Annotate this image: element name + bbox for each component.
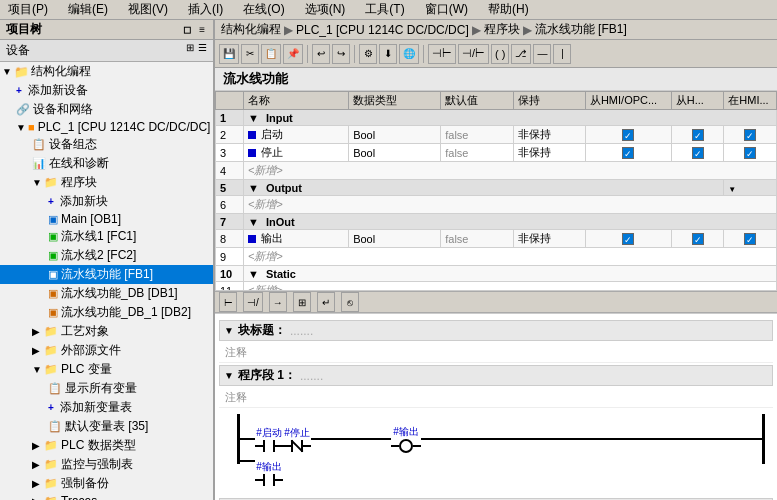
toolbar-coil-btn[interactable]: ( ) xyxy=(491,44,509,64)
expand-arrow-structural[interactable]: ▼ xyxy=(2,66,14,77)
checkbox-tingzhi-hmi2[interactable] xyxy=(692,147,704,159)
tree-item-fc1[interactable]: ▣ 流水线1 [FC1] xyxy=(0,227,213,246)
tree-item-plcdatatype[interactable]: ▶ 📁 PLC 数据类型 xyxy=(0,436,213,455)
toolbar-compile-btn[interactable]: ⚙ xyxy=(359,44,377,64)
section-collapse-static[interactable]: ▼ xyxy=(248,268,259,280)
menu-item-project[interactable]: 项目(P) xyxy=(4,1,52,18)
menu-item-edit[interactable]: 编辑(E) xyxy=(64,1,112,18)
checkbox-output-hmi2[interactable] xyxy=(692,233,704,245)
row-dtype-output[interactable]: Bool xyxy=(349,230,441,248)
tree-item-progblk[interactable]: ▼ 📁 程序块 xyxy=(0,173,213,192)
row-add-inout[interactable]: <新增> xyxy=(243,248,776,266)
section-block-title[interactable]: ▼ 块标题： ....... xyxy=(219,320,773,341)
row-add-input[interactable]: <新增> xyxy=(243,162,776,180)
menu-item-help[interactable]: 帮助(H) xyxy=(484,1,533,18)
interface-table-container[interactable]: 名称 数据类型 默认值 保持 从HMI/OPC... 从H... 在HMI... xyxy=(215,91,777,291)
row-hmi1-qidong[interactable] xyxy=(585,126,671,144)
checkbox-qidong-hmi2[interactable] xyxy=(692,129,704,141)
menu-item-insert[interactable]: 插入(I) xyxy=(184,1,227,18)
bc-structural[interactable]: 结构化编程 xyxy=(221,21,281,38)
row-add-output[interactable]: <新增> xyxy=(243,196,776,214)
arrow-monitor[interactable]: ▶ xyxy=(32,459,44,470)
panel-icon-2[interactable]: ≡ xyxy=(197,24,207,35)
section-collapse-output[interactable]: ▼ xyxy=(248,182,259,194)
tree-item-traces[interactable]: ▶ 📁 Traces xyxy=(0,493,213,500)
row-dtype-qidong[interactable]: Bool xyxy=(349,126,441,144)
row-retain-tingzhi[interactable]: 非保持 xyxy=(513,144,585,162)
toolbar-wire-h-btn[interactable]: — xyxy=(533,44,551,64)
tree-item-devnet[interactable]: 🔗 设备和网络 xyxy=(0,100,213,119)
tree-item-fb1[interactable]: ▣ 流水线功能 [FB1] xyxy=(0,265,213,284)
arrow-backup[interactable]: ▶ xyxy=(32,478,44,489)
tree-item-techobj[interactable]: ▶ 📁 工艺对象 xyxy=(0,322,213,341)
tree-item-defvartable[interactable]: 📋 默认变量表 [35] xyxy=(0,417,213,436)
arrow-traces[interactable]: ▶ xyxy=(32,496,44,501)
ladder-btn-6[interactable]: ⎋ xyxy=(341,292,359,312)
toolbar-contact-nc-btn[interactable]: ⊣/⊢ xyxy=(458,44,489,64)
ladder-btn-2[interactable]: ⊣/ xyxy=(243,292,263,312)
arrow-plc1[interactable]: ▼ xyxy=(16,122,28,133)
ladder-btn-1[interactable]: ⊢ xyxy=(219,292,237,312)
tree-item-adddevice[interactable]: + 添加新设备 xyxy=(0,81,213,100)
panel-icon-1[interactable]: ◻ xyxy=(181,24,193,35)
collapse-block-title-icon[interactable]: ▼ xyxy=(224,325,234,336)
tree-item-fc2[interactable]: ▣ 流水线2 [FC2] xyxy=(0,246,213,265)
row-default-qidong[interactable]: false xyxy=(441,126,513,144)
checkbox-qidong-hmi3[interactable] xyxy=(744,129,756,141)
row-retain-qidong[interactable]: 非保持 xyxy=(513,126,585,144)
tree-item-db2[interactable]: ▣ 流水线功能_DB_1 [DB2] xyxy=(0,303,213,322)
row-hmi3-output[interactable] xyxy=(724,230,777,248)
code-area[interactable]: ▼ 块标题： ....... 注释 ▼ 程序段 1： ....... 注释 xyxy=(215,313,777,500)
arrow-plcdatatype[interactable]: ▶ xyxy=(32,440,44,451)
tree-item-backup[interactable]: ▶ 📁 强制备份 xyxy=(0,474,213,493)
tree-item-addblk[interactable]: + 添加新块 xyxy=(0,192,213,211)
row-hmi2-tingzhi[interactable] xyxy=(671,144,724,162)
tree-item-extsrc[interactable]: ▶ 📁 外部源文件 xyxy=(0,341,213,360)
row-hmi3-qidong[interactable] xyxy=(724,126,777,144)
ladder-btn-4[interactable]: ⊞ xyxy=(293,292,311,312)
row-hmi3-tingzhi[interactable] xyxy=(724,144,777,162)
section-collapse-arrow[interactable]: ▼ xyxy=(248,112,259,124)
toolbar-contact-no-btn[interactable]: ⊣⊢ xyxy=(428,44,456,64)
device-icon-grid[interactable]: ⊞ xyxy=(186,42,194,59)
row-default-tingzhi[interactable]: false xyxy=(441,144,513,162)
tree-item-monitor[interactable]: ▶ 📁 监控与强制表 xyxy=(0,455,213,474)
tree-item-main[interactable]: ▣ Main [OB1] xyxy=(0,211,213,227)
menu-item-tools[interactable]: 工具(T) xyxy=(361,1,408,18)
menu-item-options[interactable]: 选项(N) xyxy=(301,1,350,18)
bc-plc1[interactable]: PLC_1 [CPU 1214C DC/DC/DC] xyxy=(296,23,469,37)
tree-item-plcvar[interactable]: ▼ 📁 PLC 变量 xyxy=(0,360,213,379)
arrow-progblk[interactable]: ▼ xyxy=(32,177,44,188)
bc-fb1[interactable]: 流水线功能 [FB1] xyxy=(535,21,627,38)
checkbox-output-hmi1[interactable] xyxy=(622,233,634,245)
bc-progblk[interactable]: 程序块 xyxy=(484,21,520,38)
checkbox-tingzhi-hmi3[interactable] xyxy=(744,147,756,159)
tree-item-devconfig[interactable]: 📋 设备组态 xyxy=(0,135,213,154)
row-hmi1-output[interactable] xyxy=(585,230,671,248)
toolbar-download-btn[interactable]: ⬇ xyxy=(379,44,397,64)
row-name-tingzhi[interactable]: 停止 xyxy=(243,144,348,162)
contact-output-branch[interactable]: #输出 xyxy=(255,460,283,486)
tree-item-structural[interactable]: ▼ 📁 结构化编程 xyxy=(0,62,213,81)
tree-item-plc1[interactable]: ▼ ■ PLC_1 [CPU 1214C DC/DC/DC] xyxy=(0,119,213,135)
toolbar-copy-btn[interactable]: 📋 xyxy=(261,44,281,64)
menu-item-window[interactable]: 窗口(W) xyxy=(421,1,472,18)
arrow-techobj[interactable]: ▶ xyxy=(32,326,44,337)
tree-container[interactable]: ▼ 📁 结构化编程 + 添加新设备 🔗 设备和网络 ▼ ■ PLC_1 [CPU… xyxy=(0,62,213,500)
ladder-btn-3[interactable]: → xyxy=(269,292,287,312)
arrow-extsrc[interactable]: ▶ xyxy=(32,345,44,356)
row-dtype-tingzhi[interactable]: Bool xyxy=(349,144,441,162)
output-dropdown[interactable]: ▼ xyxy=(724,180,777,196)
tree-item-db1[interactable]: ▣ 流水线功能_DB [DB1] xyxy=(0,284,213,303)
toolbar-save-btn[interactable]: 💾 xyxy=(219,44,239,64)
ladder-btn-5[interactable]: ↵ xyxy=(317,292,335,312)
collapse-prog1-icon[interactable]: ▼ xyxy=(224,370,234,381)
device-icon-list[interactable]: ☰ xyxy=(198,42,207,59)
row-default-output[interactable]: false xyxy=(441,230,513,248)
toolbar-redo-btn[interactable]: ↪ xyxy=(332,44,350,64)
toolbar-wire-v-btn[interactable]: | xyxy=(553,44,571,64)
tree-item-allvars[interactable]: 📋 显示所有变量 xyxy=(0,379,213,398)
row-name-qidong[interactable]: 启动 xyxy=(243,126,348,144)
row-retain-output[interactable]: 非保持 xyxy=(513,230,585,248)
tree-item-diag[interactable]: 📊 在线和诊断 xyxy=(0,154,213,173)
